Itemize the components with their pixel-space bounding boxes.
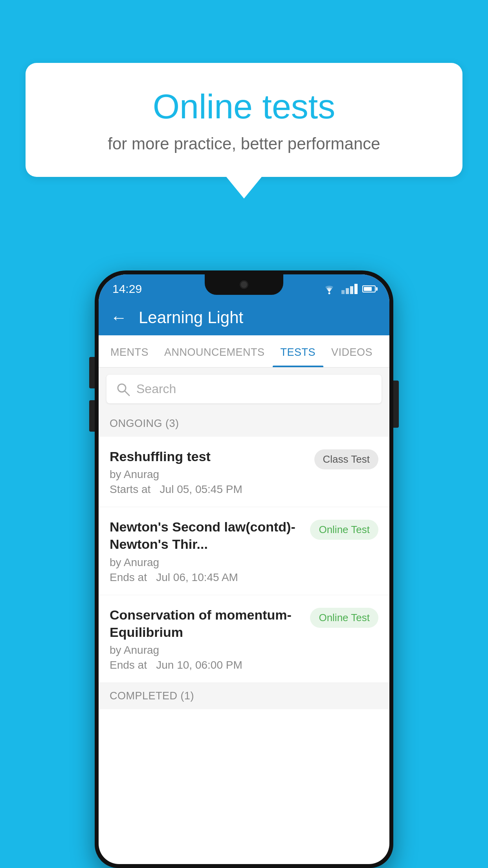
completed-section-header: COMPLETED (1) [99,683,389,709]
search-icon [116,382,130,396]
test-name-3: Conservation of momentum-Equilibrium [110,606,302,641]
power-button[interactable] [393,381,399,428]
test-info-3: Conservation of momentum-Equilibrium by … [110,606,302,671]
tabs-container: MENTS ANNOUNCEMENTS TESTS VIDEOS [99,335,389,368]
status-icons [322,283,376,294]
status-time: 14:29 [112,282,142,296]
app-header: ← Learning Light [99,300,389,335]
test-time-label-3: Ends at [110,659,147,671]
test-item-1[interactable]: Reshuffling test by Anurag Starts at Jul… [99,437,389,507]
volume-up-button[interactable] [89,400,95,432]
battery-icon [362,285,376,292]
tab-ments[interactable]: MENTS [103,335,156,367]
test-badge-1: Class Test [314,449,378,469]
test-time-3: Ends at Jun 10, 06:00 PM [110,659,302,671]
front-camera [240,280,248,289]
volume-down-button[interactable] [89,357,95,388]
test-time-value-2: Jul 06, 10:45 AM [156,571,238,583]
test-author-1: by Anurag [110,468,306,481]
test-badge-2: Online Test [310,520,378,540]
svg-point-0 [328,292,330,294]
wifi-icon [322,283,337,294]
tab-tests[interactable]: TESTS [273,335,324,367]
test-item-3[interactable]: Conservation of momentum-Equilibrium by … [99,595,389,683]
signal-icon [341,284,358,294]
tab-announcements[interactable]: ANNOUNCEMENTS [156,335,273,367]
svg-line-2 [125,391,129,395]
test-info-2: Newton's Second law(contd)-Newton's Thir… [110,518,302,583]
search-container: Search [99,368,389,410]
test-time-label-2: Ends at [110,571,147,583]
ongoing-section-title: ONGOING (3) [110,417,179,429]
search-placeholder: Search [136,382,176,396]
phone-frame: 14:29 [95,270,393,868]
test-time-2: Ends at Jul 06, 10:45 AM [110,571,302,584]
test-author-3: by Anurag [110,644,302,657]
test-name-2: Newton's Second law(contd)-Newton's Thir… [110,518,302,553]
app-title: Learning Light [139,308,243,327]
test-item-2[interactable]: Newton's Second law(contd)-Newton's Thir… [99,507,389,595]
phone-notch [205,274,283,295]
test-badge-3: Online Test [310,608,378,628]
search-bar[interactable]: Search [106,375,382,403]
speech-bubble: Online tests for more practice, better p… [26,63,462,177]
test-time-label-1: Starts at [110,483,150,495]
test-time-value-3: Jun 10, 06:00 PM [156,659,242,671]
test-name-1: Reshuffling test [110,448,306,465]
speech-bubble-title: Online tests [57,86,431,127]
test-time-1: Starts at Jul 05, 05:45 PM [110,483,306,496]
test-author-2: by Anurag [110,556,302,569]
test-list: Reshuffling test by Anurag Starts at Jul… [99,437,389,683]
tab-videos[interactable]: VIDEOS [323,335,380,367]
speech-bubble-arrow [226,177,262,199]
test-info-1: Reshuffling test by Anurag Starts at Jul… [110,448,306,496]
back-button[interactable]: ← [110,308,127,327]
phone-screen: 14:29 [99,274,389,864]
speech-bubble-container: Online tests for more practice, better p… [26,63,462,199]
completed-section-title: COMPLETED (1) [110,690,194,702]
speech-bubble-subtitle: for more practice, better performance [57,134,431,153]
test-time-value-1: Jul 05, 05:45 PM [160,483,242,495]
ongoing-section-header: ONGOING (3) [99,410,389,437]
